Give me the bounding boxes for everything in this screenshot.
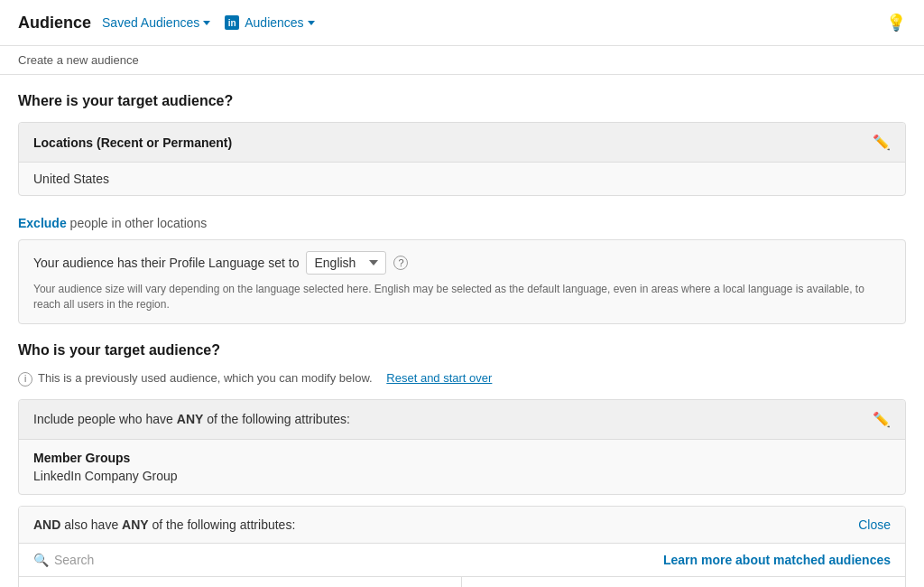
include-attr-suffix: of the following attributes: (203, 412, 350, 426)
saved-audiences-button[interactable]: Saved Audiences (102, 15, 210, 30)
audiences-button[interactable]: in Audiences (225, 15, 314, 30)
list-upload-item[interactable]: List upload (462, 577, 905, 587)
sub-header-text: Create a new audience (18, 53, 139, 67)
audiences-chevron-icon (308, 21, 315, 25)
who-section: Who is your target audience? i This is a… (18, 342, 906, 587)
saved-audiences-label: Saved Audiences (102, 15, 199, 30)
language-help-icon[interactable]: ? (393, 256, 408, 270)
page-header: Audience Saved Audiences in Audiences 💡 (0, 0, 924, 46)
close-button[interactable]: Close (858, 517, 891, 532)
locations-card-title: Locations (Recent or Permanent) (33, 135, 232, 150)
exclude-link[interactable]: Exclude (18, 216, 67, 230)
section2-title: Who is your target audience? (18, 342, 906, 359)
include-attr-card-header: Include people who have ANY of the follo… (19, 400, 905, 440)
and-card-header-text: AND also have ANY of the following attri… (33, 517, 295, 532)
page-title: Audience (18, 14, 91, 33)
sub-header: Create a new audience (0, 46, 924, 75)
include-attr-card: Include people who have ANY of the follo… (18, 399, 906, 495)
language-row: Your audience has their Profile Language… (33, 251, 891, 275)
learn-more-link[interactable]: Learn more about matched audiences (663, 553, 891, 567)
locations-card: Locations (Recent or Permanent) ✏️ Unite… (18, 122, 906, 196)
and-any: ANY (122, 517, 149, 532)
locations-card-header: Locations (Recent or Permanent) ✏️ (19, 123, 905, 163)
search-input[interactable] (54, 553, 235, 567)
member-group-title: Member Groups (33, 451, 891, 465)
main-content: Where is your target audience? Locations… (0, 75, 924, 587)
linkedin-icon: in (225, 15, 239, 30)
split-left: Audiences Use your data to retarget webs… (19, 577, 462, 587)
audiences-label: Audiences (245, 15, 303, 30)
search-row: 🔍 Learn more about matched audiences (19, 544, 905, 577)
and-card-header: AND also have ANY of the following attri… (19, 507, 905, 544)
info-row: i This is a previously used audience, wh… (18, 371, 906, 387)
split-right: List upload Lookalike (462, 577, 905, 587)
search-input-wrap: 🔍 (33, 553, 663, 567)
info-text: This is a previously used audience, whic… (38, 371, 373, 385)
search-icon: 🔍 (33, 553, 49, 567)
include-attr-any: ANY (177, 412, 204, 426)
locations-card-body: United States (19, 163, 905, 195)
include-attr-header-text: Include people who have ANY of the follo… (33, 412, 350, 426)
exclude-text: people in other locations (67, 216, 208, 230)
exclude-row: Exclude people in other locations (18, 207, 906, 239)
audiences-list-item[interactable]: Audiences Use your data to retarget webs… (19, 577, 461, 587)
header-nav: Saved Audiences in Audiences (102, 15, 315, 30)
include-attr-prefix: Include people who have (33, 412, 177, 426)
include-attr-edit-icon[interactable]: ✏️ (873, 411, 891, 428)
bulb-icon[interactable]: 💡 (886, 14, 906, 32)
language-select[interactable]: English French German Spanish (306, 251, 386, 275)
and-card: AND also have ANY of the following attri… (18, 506, 906, 587)
include-attr-card-body: Member Groups LinkedIn Company Group (19, 440, 905, 494)
and-keyword: AND (33, 517, 60, 532)
split-panel: Audiences Use your data to retarget webs… (19, 577, 905, 587)
locations-edit-icon[interactable]: ✏️ (873, 134, 891, 151)
saved-audiences-chevron-icon (203, 21, 210, 25)
member-group-value: LinkedIn Company Group (33, 469, 891, 483)
location-value: United States (33, 172, 109, 186)
header-right: 💡 (886, 13, 906, 33)
language-prefix: Your audience has their Profile Language… (33, 256, 299, 270)
and-suffix: of the following attributes: (149, 517, 296, 532)
language-note: Your audience size will vary depending o… (33, 282, 891, 312)
section1-title: Where is your target audience? (18, 93, 906, 109)
info-icon: i (18, 372, 32, 387)
and-also: also have (60, 517, 122, 532)
language-card: Your audience has their Profile Language… (18, 239, 906, 324)
reset-link[interactable]: Reset and start over (386, 371, 492, 385)
